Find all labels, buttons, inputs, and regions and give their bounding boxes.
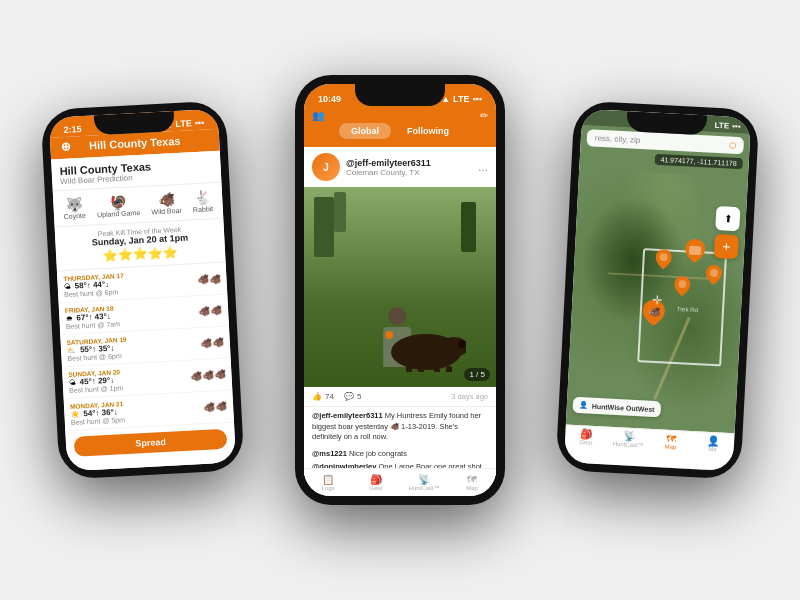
battery-right: ▪▪▪	[732, 122, 741, 131]
spread-button[interactable]: Spread	[74, 429, 228, 457]
map-pin-1[interactable]	[655, 249, 672, 274]
header-title-left: Hill County Texas	[89, 135, 181, 152]
icon-mon: ☀️	[70, 410, 79, 418]
likes-action[interactable]: 👍 74	[312, 392, 334, 401]
lte-right: LTE	[714, 121, 729, 131]
huntcast-icon-m: 📡	[400, 474, 448, 485]
post-more-icon[interactable]: ...	[478, 160, 488, 174]
map-label-m: Map	[466, 485, 478, 491]
icon-fri: 🌧	[65, 315, 72, 322]
social-header-icons: 👥 ✏	[312, 110, 488, 121]
time-left: 2:15	[63, 124, 82, 135]
logs-label-m: Logs	[321, 485, 334, 491]
add-fab[interactable]: +	[714, 234, 739, 259]
boar-svg	[386, 322, 466, 372]
gear-icon-m: 🎒	[352, 474, 400, 485]
battery-left: ▪▪▪	[194, 118, 204, 128]
compass-fab[interactable]: ⬆	[715, 206, 740, 231]
nav-map-middle[interactable]: 🗺 Map	[448, 472, 496, 493]
icon-thu: 🌤	[64, 283, 71, 290]
map-content: LTE ▪▪▪ ress, city, zip ⬡ 41.974177, -11…	[564, 109, 751, 471]
post-header: J @jeff-emilyteer6311 Coleman County, TX…	[304, 147, 496, 187]
animal-upland[interactable]: 🦃 Upland Game	[96, 193, 140, 218]
post-actions: 👍 74 💬 5 3 days ago	[304, 387, 496, 407]
svg-point-2	[458, 340, 466, 348]
animal-boar[interactable]: 🐗 Wild Boar	[150, 191, 182, 216]
best-sun: Best hunt @ 1pm	[69, 384, 123, 394]
animal-icons-sat: 🐗🐗	[200, 337, 225, 349]
comment-1: @ms1221 Nice job congrats	[304, 447, 496, 460]
bottom-nav-right: 🎒 Gear 📡 HuntCast™ 🗺 Map 👤 Me	[564, 424, 735, 471]
caption-user[interactable]: @jeff-emilyteer6311	[312, 411, 383, 420]
time-middle: 10:49	[318, 94, 341, 104]
phone-right: LTE ▪▪▪ ress, city, zip ⬡ 41.974177, -11…	[555, 100, 759, 479]
huntwise-icon: 👤	[579, 401, 588, 409]
coyote-label: Coyote	[63, 212, 86, 220]
icon-sun: 🌤	[69, 379, 76, 386]
map-label-r: Map	[664, 444, 676, 451]
comment-1-user[interactable]: @ms1221	[312, 449, 347, 458]
gear-label-r: Gear	[579, 439, 593, 446]
layers-icon[interactable]: ⬡	[728, 141, 735, 150]
map-coordinates: 41.974177, -111.711178	[654, 154, 743, 170]
nav-me-right[interactable]: 👤 Me	[690, 432, 734, 471]
nav-map-right[interactable]: 🗺 Map	[648, 430, 692, 469]
huntcast-label-r: HuntCast™	[613, 441, 644, 449]
animal-coyote[interactable]: 🐺 Coyote	[63, 196, 86, 220]
battery-middle: ▪▪▪	[472, 94, 482, 104]
tab-global[interactable]: Global	[339, 123, 391, 139]
icon-sat: ⛅	[67, 346, 76, 354]
animal-icons-mon: 🐗🐗	[203, 401, 228, 413]
phone-middle: 10:49 ▲ LTE ▪▪▪ 👥 ✏ Global Following	[295, 75, 505, 505]
post-time: 3 days ago	[451, 392, 488, 401]
upland-label: Upland Game	[97, 209, 141, 218]
post-caption: @jeff-emilyteer6311 My Huntress Emily fo…	[304, 407, 496, 447]
map-icon-m: 🗺	[448, 474, 496, 485]
huntcast-label-m: HuntCast™	[408, 485, 439, 491]
post-username[interactable]: @jeff-emilyteer6311	[346, 158, 431, 168]
search-placeholder: ress, city, zip	[595, 134, 641, 145]
tab-following[interactable]: Following	[395, 123, 461, 139]
svg-rect-5	[434, 368, 440, 372]
me-label-r: Me	[708, 446, 717, 452]
post-avatar: J	[312, 153, 340, 181]
notch-middle	[355, 84, 445, 106]
likes-count: 74	[325, 392, 334, 401]
social-tabs: Global Following	[312, 123, 488, 139]
nav-gear-right[interactable]: 🎒 Gear	[564, 425, 608, 464]
social-compose-icon[interactable]: ✏	[480, 110, 488, 121]
header-back-icon[interactable]: ⊕	[60, 140, 71, 155]
comment-1-body: Nice job congrats	[349, 449, 407, 458]
map-pin-3[interactable]	[684, 238, 705, 267]
animal-icons-sun: 🐗🐗🐗	[189, 369, 226, 382]
svg-rect-3	[406, 366, 412, 372]
animal-icons-fri: 🐗🐗	[198, 305, 223, 317]
best-fri: Best hunt @ 7am	[66, 320, 120, 330]
nav-logs-middle[interactable]: 📋 Logs	[304, 472, 352, 493]
boar-label: Wild Boar	[151, 207, 182, 216]
app-scene: 2:15 ▲ LTE ▪▪▪ ⊕ Hill County Texas Hill …	[0, 0, 800, 600]
boar-icon: 🐗	[150, 191, 181, 209]
huntwise-text: HuntWise OutWest	[592, 402, 655, 412]
nav-gear-middle[interactable]: 🎒 Gear	[352, 472, 400, 493]
animal-rabbit[interactable]: 🐇 Rabbit	[192, 189, 213, 213]
map-pin-4[interactable]	[705, 264, 722, 289]
map-crosshair: ✛	[652, 293, 663, 308]
svg-rect-4	[418, 368, 424, 372]
post-location: Coleman County, TX	[346, 168, 431, 177]
comments-action[interactable]: 💬 5	[344, 392, 361, 401]
animal-icons-thu: 🐗🐗	[196, 273, 221, 285]
like-icon: 👍	[312, 392, 322, 401]
logs-icon-m: 📋	[304, 474, 352, 485]
social-header: 👥 ✏ Global Following	[304, 106, 496, 147]
nav-huntcast-middle[interactable]: 📡 HuntCast™	[400, 472, 448, 493]
best-mon: Best hunt @ 5pm	[71, 416, 125, 426]
map-pin-2[interactable]	[674, 275, 691, 300]
map-fabs: ⬆ +	[714, 206, 741, 259]
bottom-nav-middle: 📋 Logs 🎒 Gear 📡 HuntCast™ 🗺 Map	[304, 468, 496, 496]
phone-left: 2:15 ▲ LTE ▪▪▪ ⊕ Hill County Texas Hill …	[40, 100, 244, 479]
photo-counter: 1 / 5	[464, 368, 490, 381]
social-person-icon[interactable]: 👥	[312, 110, 324, 121]
coyote-icon: 🐺	[63, 196, 86, 213]
nav-huntcast-right[interactable]: 📡 HuntCast™	[606, 428, 650, 467]
